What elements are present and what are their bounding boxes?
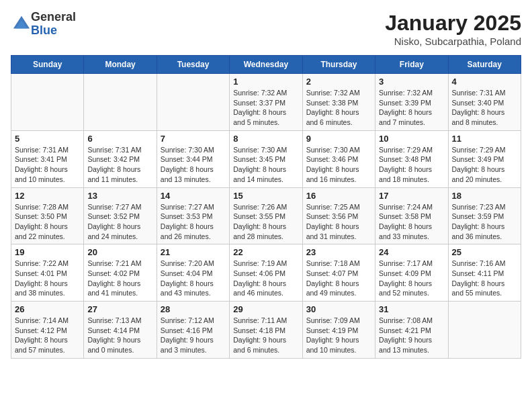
day-of-week-header: Sunday: [11, 56, 84, 74]
day-info: Sunrise: 7:30 AM Sunset: 3:45 PM Dayligh…: [233, 146, 287, 183]
day-number: 23: [306, 247, 371, 257]
calendar-cell: 20Sunrise: 7:21 AM Sunset: 4:02 PM Dayli…: [84, 244, 157, 302]
day-info: Sunrise: 7:27 AM Sunset: 3:52 PM Dayligh…: [87, 203, 141, 240]
day-info: Sunrise: 7:29 AM Sunset: 3:49 PM Dayligh…: [452, 146, 506, 183]
day-number: 25: [452, 247, 517, 257]
day-number: 9: [306, 134, 371, 144]
day-of-week-header: Friday: [375, 56, 448, 74]
day-info: Sunrise: 7:14 AM Sunset: 4:12 PM Dayligh…: [15, 316, 69, 354]
calendar-cell: 14Sunrise: 7:27 AM Sunset: 3:53 PM Dayli…: [157, 187, 229, 244]
calendar-week-row: 1Sunrise: 7:32 AM Sunset: 3:37 PM Daylig…: [11, 74, 521, 131]
calendar-cell: 15Sunrise: 7:26 AM Sunset: 3:55 PM Dayli…: [230, 187, 302, 244]
calendar-cell: 4Sunrise: 7:31 AM Sunset: 3:40 PM Daylig…: [448, 74, 521, 131]
day-number: 30: [306, 304, 371, 314]
title-block: January 2025 Nisko, Subcarpathia, Poland: [385, 11, 521, 47]
day-number: 19: [15, 247, 80, 257]
calendar-cell: 31Sunrise: 7:08 AM Sunset: 4:21 PM Dayli…: [375, 302, 448, 359]
calendar-cell: 11Sunrise: 7:29 AM Sunset: 3:49 PM Dayli…: [448, 130, 521, 187]
day-number: 14: [161, 191, 226, 201]
calendar-subtitle: Nisko, Subcarpathia, Poland: [385, 36, 521, 47]
calendar-table: SundayMondayTuesdayWednesdayThursdayFrid…: [11, 55, 521, 359]
day-info: Sunrise: 7:19 AM Sunset: 4:06 PM Dayligh…: [233, 259, 287, 297]
calendar-cell: 27Sunrise: 7:13 AM Sunset: 4:14 PM Dayli…: [84, 302, 157, 359]
day-number: 11: [452, 134, 517, 144]
day-of-week-header: Thursday: [302, 56, 375, 74]
day-number: 6: [87, 134, 152, 144]
day-info: Sunrise: 7:32 AM Sunset: 3:37 PM Dayligh…: [233, 89, 287, 126]
day-number: 13: [87, 191, 152, 201]
calendar-cell: [84, 74, 157, 131]
day-info: Sunrise: 7:31 AM Sunset: 3:41 PM Dayligh…: [15, 146, 69, 183]
calendar-cell: 16Sunrise: 7:25 AM Sunset: 3:56 PM Dayli…: [302, 187, 375, 244]
day-info: Sunrise: 7:30 AM Sunset: 3:44 PM Dayligh…: [161, 146, 214, 183]
day-info: Sunrise: 7:31 AM Sunset: 3:40 PM Dayligh…: [452, 89, 506, 126]
calendar-cell: 2Sunrise: 7:32 AM Sunset: 3:38 PM Daylig…: [302, 74, 375, 131]
calendar-cell: [448, 302, 521, 359]
calendar-title: January 2025: [385, 11, 521, 36]
logo-icon: [12, 13, 31, 32]
day-info: Sunrise: 7:26 AM Sunset: 3:55 PM Dayligh…: [233, 203, 287, 240]
calendar-week-row: 12Sunrise: 7:28 AM Sunset: 3:50 PM Dayli…: [11, 187, 521, 244]
calendar-cell: 21Sunrise: 7:20 AM Sunset: 4:04 PM Dayli…: [157, 244, 229, 302]
day-of-week-header: Wednesday: [230, 56, 302, 74]
calendar-week-row: 26Sunrise: 7:14 AM Sunset: 4:12 PM Dayli…: [11, 302, 521, 359]
calendar-cell: 5Sunrise: 7:31 AM Sunset: 3:41 PM Daylig…: [11, 130, 84, 187]
calendar-week-row: 19Sunrise: 7:22 AM Sunset: 4:01 PM Dayli…: [11, 244, 521, 302]
calendar-cell: 8Sunrise: 7:30 AM Sunset: 3:45 PM Daylig…: [230, 130, 302, 187]
day-info: Sunrise: 7:16 AM Sunset: 4:11 PM Dayligh…: [452, 259, 506, 297]
calendar-cell: [157, 74, 229, 131]
calendar-body: 1Sunrise: 7:32 AM Sunset: 3:37 PM Daylig…: [11, 74, 521, 359]
day-number: 20: [87, 247, 152, 257]
day-info: Sunrise: 7:31 AM Sunset: 3:42 PM Dayligh…: [87, 146, 141, 183]
calendar-cell: 28Sunrise: 7:12 AM Sunset: 4:16 PM Dayli…: [157, 302, 229, 359]
day-info: Sunrise: 7:11 AM Sunset: 4:18 PM Dayligh…: [233, 316, 287, 354]
calendar-cell: [11, 74, 84, 131]
day-number: 2: [306, 77, 371, 87]
day-number: 4: [452, 77, 517, 87]
day-number: 21: [161, 247, 226, 257]
calendar-cell: 12Sunrise: 7:28 AM Sunset: 3:50 PM Dayli…: [11, 187, 84, 244]
day-info: Sunrise: 7:12 AM Sunset: 4:16 PM Dayligh…: [161, 316, 214, 354]
calendar-header-row: SundayMondayTuesdayWednesdayThursdayFrid…: [11, 56, 521, 74]
day-info: Sunrise: 7:32 AM Sunset: 3:38 PM Dayligh…: [306, 89, 360, 126]
calendar-cell: 7Sunrise: 7:30 AM Sunset: 3:44 PM Daylig…: [157, 130, 229, 187]
calendar-cell: 1Sunrise: 7:32 AM Sunset: 3:37 PM Daylig…: [230, 74, 302, 131]
calendar-cell: 13Sunrise: 7:27 AM Sunset: 3:52 PM Dayli…: [84, 187, 157, 244]
day-info: Sunrise: 7:29 AM Sunset: 3:48 PM Dayligh…: [379, 146, 433, 183]
calendar-cell: 10Sunrise: 7:29 AM Sunset: 3:48 PM Dayli…: [375, 130, 448, 187]
day-info: Sunrise: 7:20 AM Sunset: 4:04 PM Dayligh…: [161, 259, 214, 297]
day-number: 8: [233, 134, 298, 144]
day-number: 18: [452, 191, 517, 201]
calendar-cell: 9Sunrise: 7:30 AM Sunset: 3:46 PM Daylig…: [302, 130, 375, 187]
day-number: 27: [87, 304, 152, 314]
logo-blue-text: Blue: [31, 24, 57, 37]
day-info: Sunrise: 7:21 AM Sunset: 4:02 PM Dayligh…: [87, 259, 141, 297]
day-info: Sunrise: 7:28 AM Sunset: 3:50 PM Dayligh…: [15, 203, 69, 240]
day-of-week-header: Monday: [84, 56, 157, 74]
calendar-cell: 30Sunrise: 7:09 AM Sunset: 4:19 PM Dayli…: [302, 302, 375, 359]
day-number: 29: [233, 304, 298, 314]
day-of-week-header: Tuesday: [157, 56, 229, 74]
day-number: 22: [233, 247, 298, 257]
day-number: 24: [379, 247, 444, 257]
calendar-cell: 17Sunrise: 7:24 AM Sunset: 3:58 PM Dayli…: [375, 187, 448, 244]
page-header: General Blue January 2025 Nisko, Subcarp…: [11, 11, 521, 47]
day-number: 31: [379, 304, 444, 314]
day-number: 1: [233, 77, 298, 87]
day-info: Sunrise: 7:08 AM Sunset: 4:21 PM Dayligh…: [379, 316, 433, 354]
day-number: 15: [233, 191, 298, 201]
day-info: Sunrise: 7:13 AM Sunset: 4:14 PM Dayligh…: [87, 316, 141, 354]
day-number: 28: [161, 304, 226, 314]
day-info: Sunrise: 7:30 AM Sunset: 3:46 PM Dayligh…: [306, 146, 360, 183]
calendar-cell: 19Sunrise: 7:22 AM Sunset: 4:01 PM Dayli…: [11, 244, 84, 302]
logo: General Blue: [11, 11, 76, 38]
calendar-cell: 23Sunrise: 7:18 AM Sunset: 4:07 PM Dayli…: [302, 244, 375, 302]
day-info: Sunrise: 7:17 AM Sunset: 4:09 PM Dayligh…: [379, 259, 433, 297]
day-number: 3: [379, 77, 444, 87]
day-number: 10: [379, 134, 444, 144]
calendar-cell: 25Sunrise: 7:16 AM Sunset: 4:11 PM Dayli…: [448, 244, 521, 302]
calendar-cell: 26Sunrise: 7:14 AM Sunset: 4:12 PM Dayli…: [11, 302, 84, 359]
day-info: Sunrise: 7:25 AM Sunset: 3:56 PM Dayligh…: [306, 203, 360, 240]
day-number: 5: [15, 134, 80, 144]
calendar-cell: 24Sunrise: 7:17 AM Sunset: 4:09 PM Dayli…: [375, 244, 448, 302]
